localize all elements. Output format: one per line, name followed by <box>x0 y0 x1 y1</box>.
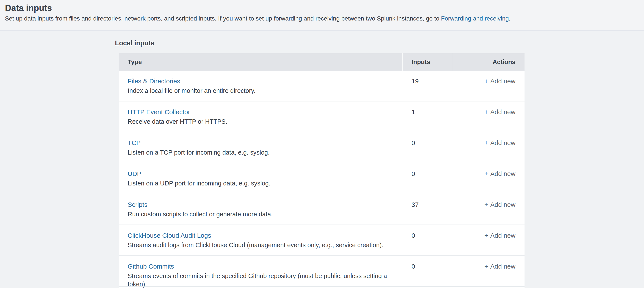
table-row: Scripts Run custom scripts to collect or… <box>119 194 524 225</box>
input-type-link[interactable]: UDP <box>128 170 141 177</box>
actions-cell: +Add new <box>452 132 524 163</box>
add-new-link[interactable]: +Add new <box>484 139 516 146</box>
plus-icon: + <box>484 201 488 208</box>
inputs-count: 1 <box>412 108 415 116</box>
table-row: Github Commits Streams events of commits… <box>119 256 524 287</box>
type-cell: HTTP Event Collector Receive data over H… <box>119 102 402 132</box>
inputs-count-cell: 0 <box>402 256 452 286</box>
inputs-count: 37 <box>412 201 418 208</box>
input-type-link[interactable]: Github Commits <box>128 263 174 270</box>
inputs-count: 0 <box>412 232 415 239</box>
inputs-count-cell: 37 <box>402 194 452 224</box>
actions-cell: +Add new <box>452 225 524 255</box>
input-type-link[interactable]: TCP <box>128 139 140 146</box>
type-cell: ClickHouse Cloud Audit Logs Streams audi… <box>119 225 402 255</box>
table-row: HTTP Event Collector Receive data over H… <box>119 102 524 132</box>
add-new-label: Add new <box>490 108 516 116</box>
input-type-link[interactable]: Files & Directories <box>128 78 180 85</box>
inputs-count: 0 <box>412 170 415 177</box>
input-type-description: Listen on a UDP port for incoming data, … <box>128 179 402 187</box>
inputs-count: 0 <box>412 263 415 270</box>
plus-icon: + <box>484 139 488 146</box>
type-cell: UDP Listen on a UDP port for incoming da… <box>119 163 402 194</box>
type-cell: Files & Directories Index a local file o… <box>119 71 402 101</box>
column-header-actions: Actions <box>452 53 524 71</box>
add-new-link[interactable]: +Add new <box>484 201 516 208</box>
add-new-link[interactable]: +Add new <box>484 170 516 177</box>
add-new-label: Add new <box>490 170 516 177</box>
table-row: ClickHouse Cloud Audit Logs Streams audi… <box>119 225 524 256</box>
actions-cell: +Add new <box>452 71 524 101</box>
column-header-type: Type <box>119 53 402 71</box>
table-row: UDP Listen on a UDP port for incoming da… <box>119 163 524 194</box>
add-new-link[interactable]: +Add new <box>484 108 516 116</box>
input-type-description: Receive data over HTTP or HTTPS. <box>128 117 402 126</box>
page-title: Data inputs <box>5 3 635 13</box>
inputs-count-cell: 0 <box>402 163 452 194</box>
add-new-label: Add new <box>490 78 516 85</box>
table-header-row: Type Inputs Actions <box>119 53 524 71</box>
input-type-link[interactable]: HTTP Event Collector <box>128 108 190 116</box>
type-cell: TCP Listen on a TCP port for incoming da… <box>119 132 402 163</box>
forwarding-and-receiving-link[interactable]: Forwarding and receiving <box>441 15 509 22</box>
page-subtitle: Set up data inputs from files and direct… <box>5 14 635 23</box>
content-area: Local inputs Type Inputs Actions Files &… <box>0 39 644 288</box>
table-body: Files & Directories Index a local file o… <box>119 71 524 287</box>
subtitle-period: . <box>509 15 510 22</box>
plus-icon: + <box>484 232 488 239</box>
section-title: Local inputs <box>115 39 644 47</box>
input-type-link[interactable]: Scripts <box>128 201 148 208</box>
page-header: Data inputs Set up data inputs from file… <box>0 0 644 31</box>
subtitle-text: Set up data inputs from files and direct… <box>5 15 441 22</box>
inputs-count: 19 <box>412 78 418 85</box>
add-new-label: Add new <box>490 263 516 270</box>
add-new-label: Add new <box>490 232 516 239</box>
plus-icon: + <box>484 78 488 85</box>
input-type-description: Streams events of commits in the specifi… <box>128 272 402 288</box>
actions-cell: +Add new <box>452 256 524 286</box>
inputs-count-cell: 1 <box>402 102 452 132</box>
type-cell: Github Commits Streams events of commits… <box>119 256 402 286</box>
add-new-link[interactable]: +Add new <box>484 232 516 239</box>
type-cell: Scripts Run custom scripts to collect or… <box>119 194 402 224</box>
add-new-label: Add new <box>490 201 516 208</box>
column-header-inputs: Inputs <box>402 53 452 71</box>
plus-icon: + <box>484 263 488 270</box>
local-inputs-table: Type Inputs Actions Files & Directories … <box>119 53 524 288</box>
input-type-description: Listen on a TCP port for incoming data, … <box>128 148 402 157</box>
actions-cell: +Add new <box>452 163 524 194</box>
inputs-count: 0 <box>412 139 415 146</box>
plus-icon: + <box>484 170 488 177</box>
actions-cell: +Add new <box>452 194 524 224</box>
add-new-label: Add new <box>490 139 516 146</box>
inputs-count-cell: 19 <box>402 71 452 101</box>
inputs-count-cell: 0 <box>402 225 452 255</box>
input-type-description: Streams audit logs from ClickHouse Cloud… <box>128 241 402 249</box>
add-new-link[interactable]: +Add new <box>484 263 516 270</box>
input-type-description: Index a local file or monitor an entire … <box>128 87 402 95</box>
inputs-count-cell: 0 <box>402 132 452 163</box>
plus-icon: + <box>484 108 488 116</box>
table-row: Files & Directories Index a local file o… <box>119 71 524 102</box>
actions-cell: +Add new <box>452 102 524 132</box>
table-row: TCP Listen on a TCP port for incoming da… <box>119 132 524 163</box>
input-type-description: Run custom scripts to collect or generat… <box>128 210 402 218</box>
add-new-link[interactable]: +Add new <box>484 78 516 85</box>
input-type-link[interactable]: ClickHouse Cloud Audit Logs <box>128 232 211 239</box>
